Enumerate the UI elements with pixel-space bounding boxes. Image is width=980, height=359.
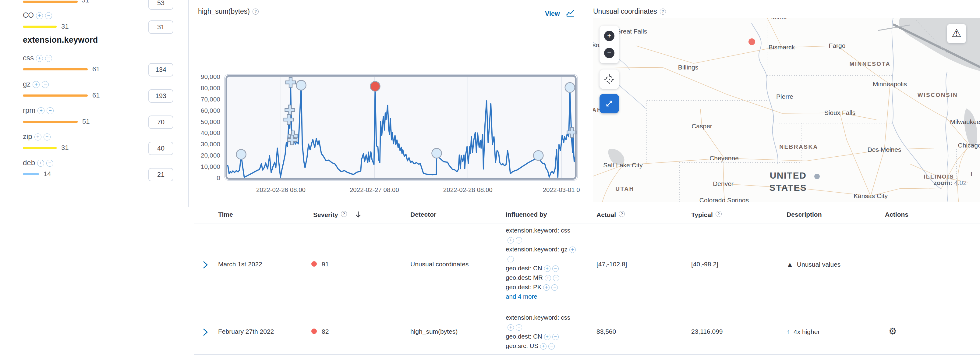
unusual-coordinates-map[interactable]: MinotGreat FallssoBismarckFargoBillingsM… xyxy=(593,18,980,202)
influencer-entry: geo.dest: PK+− xyxy=(506,282,585,292)
filter-remove-icon[interactable]: − xyxy=(516,324,522,331)
filter-remove-icon[interactable]: − xyxy=(553,275,559,281)
filter-remove-icon[interactable]: − xyxy=(548,343,555,349)
help-icon[interactable]: ? xyxy=(341,211,347,217)
map-zoom-out-button[interactable]: − xyxy=(604,48,614,58)
anomaly-marker-warning[interactable] xyxy=(432,148,442,158)
anomaly-marker-warning[interactable] xyxy=(296,80,306,90)
map-country-label: UNITED STATES xyxy=(770,169,807,194)
influencer-text: extension.keyword: css xyxy=(506,314,570,321)
influencers-sidebar: 51 53 CO+− 31 31 extension.keyword css+−… xyxy=(0,0,188,359)
col-header-detector[interactable]: Detector xyxy=(410,211,436,218)
col-header-typical[interactable]: Typical? xyxy=(691,211,722,219)
filter-add-icon[interactable]: + xyxy=(543,284,550,291)
row-actions-gear-icon[interactable]: ⚙ xyxy=(889,327,897,336)
filter-remove-icon[interactable]: − xyxy=(45,55,52,62)
anomaly-marker-critical[interactable] xyxy=(370,81,380,91)
filter-add-icon[interactable]: + xyxy=(37,160,44,167)
filter-add-icon[interactable]: + xyxy=(508,237,514,244)
filter-remove-icon[interactable]: − xyxy=(552,265,559,272)
filter-add-icon[interactable]: + xyxy=(508,324,514,331)
y-axis-tick-label: 40,000 xyxy=(201,129,220,136)
anomaly-location-dot[interactable] xyxy=(748,38,755,45)
map-city-label: Kansas City xyxy=(854,192,888,199)
map-city-label: Minot xyxy=(771,18,787,21)
filter-add-icon[interactable]: + xyxy=(545,275,551,281)
arrow-up-icon: ↑ xyxy=(787,328,790,335)
line-chart-icon[interactable] xyxy=(566,9,575,18)
cell-influenced-by: extension.keyword: css+−extension.keywor… xyxy=(506,225,585,301)
anomaly-marker-warning[interactable] xyxy=(236,150,246,160)
x-axis-tick-label: 2022-02-28 08:00 xyxy=(443,186,493,193)
filter-add-icon[interactable]: + xyxy=(36,12,43,19)
map-city-label: Minneapolis xyxy=(873,80,907,88)
warning-icon: ▲ xyxy=(787,260,793,268)
y-axis-tick-label: 10,000 xyxy=(201,163,220,170)
map-state-label: MINNESOTA xyxy=(849,61,891,67)
help-icon[interactable]: ? xyxy=(660,8,666,14)
map-locate-button[interactable] xyxy=(600,70,619,89)
col-header-severity[interactable]: Severity? xyxy=(313,211,347,219)
influencer-text: geo.src: US xyxy=(506,342,538,349)
anomaly-timeseries-chart[interactable]: 010,00020,00030,00040,00050,00060,00070,… xyxy=(188,70,593,198)
sort-desc-icon[interactable] xyxy=(354,210,363,219)
help-icon[interactable]: ? xyxy=(619,211,625,217)
anomaly-marker-warning[interactable] xyxy=(565,83,575,93)
y-axis-tick-label: 20,000 xyxy=(201,152,220,159)
filter-remove-icon[interactable]: − xyxy=(47,107,54,114)
filter-remove-icon[interactable]: − xyxy=(45,12,52,19)
expand-row-chevron[interactable] xyxy=(202,328,209,336)
cell-severity: 91 xyxy=(311,260,329,268)
col-header-time[interactable]: Time xyxy=(218,211,233,218)
filter-remove-icon[interactable]: − xyxy=(516,237,522,244)
col-header-actual[interactable]: Actual? xyxy=(597,211,625,219)
influencer-entry: extension.keyword: css+− xyxy=(506,313,585,332)
table-row[interactable]: March 1st 2022 91 Unusual coordinates ex… xyxy=(188,223,980,309)
help-icon[interactable]: ? xyxy=(716,211,722,217)
view-chart-link[interactable]: View xyxy=(545,10,560,18)
influencer-row-zip: zip+− xyxy=(23,132,51,141)
expand-row-chevron[interactable] xyxy=(202,261,209,269)
influencer-label: CO xyxy=(23,11,34,19)
anomaly-marker-warning[interactable] xyxy=(533,150,543,160)
map-city-label: so xyxy=(593,41,599,49)
influencer-value: 31 xyxy=(61,22,68,30)
row-divider xyxy=(194,354,980,355)
y-axis-tick-label: 50,000 xyxy=(201,118,220,125)
cell-actual: 83,560 xyxy=(597,328,616,335)
col-header-influenced-by: Influenced by xyxy=(506,211,547,218)
help-icon[interactable]: ? xyxy=(253,8,259,14)
map-location-dot[interactable] xyxy=(814,174,820,179)
filter-add-icon[interactable]: + xyxy=(36,55,43,62)
x-axis-tick-label: 2022-02-26 08:00 xyxy=(256,186,305,193)
influencer-text: extension.keyword: css xyxy=(506,227,570,234)
filter-add-icon[interactable]: + xyxy=(37,107,45,114)
map-zoom-in-button[interactable]: + xyxy=(604,31,614,41)
map-city-label: Denver xyxy=(713,180,733,187)
filter-add-icon[interactable]: + xyxy=(540,343,547,349)
filter-remove-icon[interactable]: − xyxy=(44,134,51,140)
influencer-count-badge: 70 xyxy=(148,115,173,129)
filter-add-icon[interactable]: + xyxy=(570,247,576,253)
influencers-more-link[interactable]: and 4 more xyxy=(506,292,585,301)
influencer-row-rpm: rpm+− xyxy=(23,106,54,115)
filter-remove-icon[interactable]: − xyxy=(42,81,49,88)
filter-add-icon[interactable]: + xyxy=(34,134,41,140)
map-state-label: WISCONSIN xyxy=(918,92,958,99)
filter-remove-icon[interactable]: − xyxy=(551,284,558,291)
map-warning-button[interactable]: ⚠ xyxy=(947,24,966,43)
filter-add-icon[interactable]: + xyxy=(544,265,550,272)
filter-remove-icon[interactable]: − xyxy=(552,334,559,340)
filter-add-icon[interactable]: + xyxy=(33,81,40,88)
cell-severity: 82 xyxy=(311,328,329,335)
map-city-label: Chicago xyxy=(958,142,980,149)
filter-add-icon[interactable]: + xyxy=(544,334,550,340)
filter-remove-icon[interactable]: − xyxy=(46,160,53,167)
influencer-text: geo.dest: CN xyxy=(506,265,542,271)
filter-remove-icon[interactable]: − xyxy=(508,256,514,262)
table-row[interactable]: February 27th 2022 82 high_sum(bytes) ex… xyxy=(188,309,980,355)
influencer-bar xyxy=(23,173,39,175)
map-city-label: Milwaukee xyxy=(950,118,980,126)
map-expand-button[interactable] xyxy=(600,94,619,113)
map-state-label: I xyxy=(970,171,973,178)
